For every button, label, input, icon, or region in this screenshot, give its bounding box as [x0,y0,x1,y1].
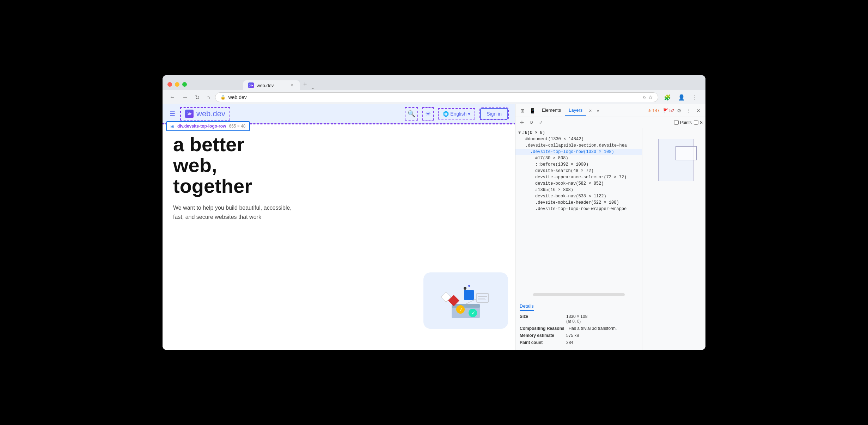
paints-checkbox[interactable] [674,120,679,125]
language-selector[interactable]: 🌐 English ▾ [439,109,475,119]
page-subtext: We want to help you build beautiful, acc… [173,203,297,221]
layer-item-selected[interactable]: .devsite-top-logo-row(1330 × 108) [515,149,642,155]
more-button[interactable]: ⋮ [689,93,701,102]
memory-detail-row: Memory estimate 575 kB [520,333,638,338]
layer-item[interactable]: #document(1330 × 14842) [515,136,642,142]
layer-item[interactable]: .devsite-top-logo-row-wrapper-wrappe [515,206,642,212]
refresh-button[interactable]: ↻ [193,93,202,102]
nav-actions: 🧩 👤 ⋮ [661,93,701,102]
tab-close-button[interactable]: × [289,82,295,88]
theme-button[interactable]: ☀ [423,108,433,120]
devtools-panel: ⊞ 📱 Elements Layers × » ⚠ 147 🚩 52 ⚙ ⋮ ✕ [515,104,705,350]
external-link-icon: ⎋ [643,95,646,100]
error-flag-icon: 🚩 [663,108,668,113]
tab-bar: ≫ web.dev × + ⌄ [243,79,315,90]
details-tab-bar: Details [520,302,638,311]
layers-tab[interactable]: Layers [565,105,586,116]
slowscroll-checkbox[interactable] [694,120,698,125]
close-button[interactable] [167,82,172,87]
webpage: ☰ ≫ web.dev 🔍 ☀ 🌐 English [163,104,515,350]
rotate-tool-button[interactable]: ↺ [528,119,535,126]
layer-canvas-main [658,139,693,181]
layer-item[interactable]: #1365(16 × 808) [515,187,642,193]
more-tabs-button[interactable]: » [594,107,601,115]
search-button[interactable]: 🔍 [405,108,417,120]
tab-title: web.dev [257,83,274,88]
slowscroll-label: S [700,120,703,125]
warn-count: 147 [653,108,660,113]
layer-item[interactable]: #17(30 × 808) [515,155,642,161]
layer-3d-canvas [658,139,690,185]
gear-button[interactable]: ⚙ [675,106,684,115]
error-count: 52 [670,108,674,113]
browser-content: ☰ ≫ web.dev 🔍 ☀ 🌐 English [163,104,705,350]
warning-badge[interactable]: ⚠ 147 [648,108,660,113]
bookmark-icon[interactable]: ☆ [648,94,653,100]
site-logo[interactable]: ≫ web.dev [181,108,230,120]
address-bar[interactable]: 🔒 web.dev ⎋ ☆ [215,92,658,102]
active-tab[interactable]: ≫ web.dev × [243,80,300,90]
layers-close-button[interactable]: × [587,106,594,115]
dropdown-button[interactable]: ⌄ [311,85,315,90]
memory-label: Memory estimate [520,333,562,338]
paints-checkbox-label: Paints [674,120,692,125]
browser-window: ≫ web.dev × + ⌄ ← → ↻ ⌂ 🔒 web.dev ⎋ ☆ 🧩 … [163,75,705,350]
size-label: Size [520,314,562,324]
layer-item[interactable]: devsite-book-nav(582 × 852) [515,180,642,187]
layer-item[interactable]: .devsite-collapsible-section.devsite-hea [515,142,642,149]
layer-root-item[interactable]: ▼ #6(0 × 0) [515,130,642,136]
horizontal-scrollbar[interactable] [533,293,625,296]
nav-bar: ← → ↻ ⌂ 🔒 web.dev ⎋ ☆ 🧩 👤 ⋮ [163,90,705,104]
svg-point-10 [468,285,470,287]
maximize-button[interactable] [182,82,187,87]
minimize-button[interactable] [175,82,179,87]
page-heading: a better web, together [173,134,505,196]
menu-button[interactable]: ☰ [170,110,175,118]
search-icon: 🔍 [408,110,415,117]
layers-toolbar: ✛ ↺ ⤢ Paints S [515,117,705,128]
heading-line2: web, [173,155,505,176]
paint-count-value: 384 [566,340,573,345]
root-layer-text: #6(0 × 0) [522,130,545,135]
layer-item[interactable]: devsite-book-nav(538 × 1122) [515,193,642,199]
elements-tab[interactable]: Elements [538,105,564,116]
svg-rect-2 [464,290,474,300]
heading-line3: together [173,176,505,197]
paint-count-label: Paint count [520,340,562,345]
extensions-button[interactable]: 🧩 [661,93,674,102]
details-section: Details Size 1330 × 108 (at 0, 0) Comp [515,299,642,350]
close-devtools-button[interactable]: ✕ [694,106,703,115]
resize-tool-button[interactable]: ⤢ [537,119,545,126]
inspector-icon-button[interactable]: ⊞ [518,106,527,115]
warn-icon: ⚠ [648,108,652,113]
new-tab-button[interactable]: + [300,79,311,90]
tooltip-element-icon: ⊞ [170,123,175,129]
home-button[interactable]: ⌂ [204,93,212,102]
language-text: English [450,111,466,117]
layer-item[interactable]: devsite-appearance-selector(72 × 72) [515,174,642,180]
layer-item[interactable]: ::before(1392 × 1000) [515,161,642,168]
devtools-canvas-panel [642,128,705,350]
layers-tree: ▼ #6(0 × 0) #document(1330 × 14842) .dev… [515,128,642,290]
back-button[interactable]: ← [167,93,177,102]
slowscroll-checkbox-label: S [694,120,703,125]
profile-button[interactable]: 👤 [675,93,688,102]
heading-line1: a better [173,134,505,155]
signin-button[interactable]: Sign in [480,108,508,119]
illustration-svg: ✓ ✓ [438,279,494,322]
page-content: a better web, together We want to help y… [163,124,515,229]
svg-text:✓: ✓ [471,310,476,316]
tooltip-element-name: div.devsite-top-logo-row [177,124,226,129]
error-badge[interactable]: 🚩 52 [663,108,674,113]
device-mode-button[interactable]: 📱 [527,106,538,115]
compositing-label: Compositing Reasons [520,326,564,331]
lang-arrow-icon: ▾ [468,111,470,117]
details-tab[interactable]: Details [520,302,534,311]
pan-tool-button[interactable]: ✛ [518,119,526,126]
forward-button[interactable]: → [180,93,190,102]
more-options-button[interactable]: ⋮ [684,106,693,115]
devtools-body: ▼ #6(0 × 0) #document(1330 × 14842) .dev… [515,128,705,350]
devtools-toolbar: ⊞ 📱 Elements Layers × » ⚠ 147 🚩 52 ⚙ ⋮ ✕ [515,104,705,117]
layer-item[interactable]: .devsite-mobile-header(522 × 108) [515,199,642,206]
layer-item[interactable]: devsite-search(48 × 72) [515,168,642,174]
